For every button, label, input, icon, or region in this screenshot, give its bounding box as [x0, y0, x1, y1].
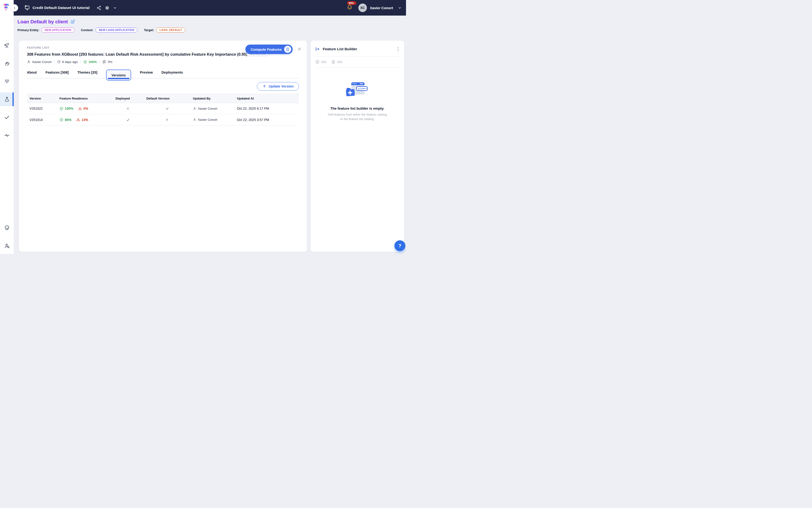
builder-menu-button[interactable]	[397, 46, 400, 52]
warning-triangle-icon	[78, 107, 82, 111]
arrow-up-icon	[262, 84, 266, 88]
check-circle-icon	[83, 60, 87, 64]
workspace-title: Credit Default Dataset UI tutorial	[33, 6, 90, 10]
sidebar-item-modeling[interactable]	[0, 56, 14, 70]
tab-versions[interactable]: Versions	[106, 70, 131, 81]
sidebar-item-explore[interactable]	[0, 39, 14, 52]
share-icon[interactable]	[96, 5, 101, 10]
versions-table: Version Feature Readiness Deployed Defau…	[27, 94, 299, 125]
readiness-cell: 100% 0%	[59, 107, 116, 111]
meta-updated: 8 days ago	[57, 60, 78, 64]
table-row-v251014[interactable]: V251014 86% 14%	[27, 114, 299, 125]
page-title: Loan Default by client	[17, 19, 68, 25]
check-icon	[126, 118, 130, 122]
table-row-v251022[interactable]: V251022 100% 0%	[27, 103, 299, 114]
updated-by-cell: Xavier Conort	[193, 118, 237, 122]
builder-readiness: 0%	[315, 60, 326, 64]
primary-entity-pill[interactable]: NEW APPLICATION	[41, 28, 75, 33]
settings-gear-icon[interactable]	[105, 5, 109, 10]
meta-author: Xavier Conort	[27, 60, 52, 64]
sidebar-item-experiments[interactable]	[0, 92, 14, 106]
target-pill[interactable]: LOAN_DEFAULT	[156, 28, 185, 33]
user-menu-chevron-down-icon[interactable]	[398, 6, 402, 10]
compute-features-button[interactable]: Compute Features	[245, 45, 292, 54]
avatar[interactable]: XC	[358, 4, 367, 12]
avatar-initials: XC	[360, 6, 365, 10]
close-icon	[297, 47, 302, 51]
cross-icon	[165, 118, 169, 122]
sidebar-expand-button[interactable]	[11, 4, 18, 11]
bell-icon	[347, 4, 353, 10]
check-icon	[4, 114, 10, 120]
workspace-switcher[interactable]: Credit Default Dataset UI tutorial	[14, 5, 117, 11]
compute-features-label: Compute Features	[251, 47, 282, 51]
col-default-version: Default Version	[146, 97, 193, 100]
readiness-cell: 86% 14%	[59, 118, 116, 122]
col-version: Version	[27, 97, 59, 100]
col-feature-readiness: Feature Readiness	[59, 97, 116, 100]
builder-unused: 0%	[331, 60, 342, 65]
default-version-cell	[165, 118, 193, 122]
page-header: Loan Default by client Primary Entity: N…	[17, 19, 185, 33]
warning-triangle-icon	[76, 118, 80, 122]
versions-table-header: Version Feature Readiness Deployed Defau…	[27, 94, 299, 103]
empty-subtitle: Add features from either the feature cat…	[311, 112, 404, 122]
deployed-cell	[126, 118, 146, 122]
notifications-button[interactable]: 999+	[347, 4, 353, 11]
edit-title-icon[interactable]	[70, 19, 75, 24]
workspace-chevron-down-icon[interactable]	[113, 6, 117, 10]
person-icon	[193, 107, 196, 111]
feature-list-builder-panel: Feature List Builder 0% 0%	[311, 41, 404, 252]
person-icon	[27, 60, 31, 64]
top-navbar: Credit Default Dataset UI tutorial	[14, 0, 406, 15]
calculator-icon	[284, 46, 291, 53]
check-circle-icon	[59, 118, 63, 122]
empty-title: The feature list builder is empty.	[311, 107, 404, 111]
app-screen: Credit Default Dataset UI tutorial	[0, 0, 406, 254]
primary-entity-label: Primary Entity:	[17, 28, 39, 32]
tab-deployments[interactable]: Deployments	[162, 71, 183, 79]
svg-text:</>: </>	[358, 87, 362, 90]
meta-readiness: 100%	[83, 60, 97, 64]
version-cell: V251022	[27, 107, 59, 111]
sidebar-item-ideas[interactable]	[0, 75, 14, 88]
link-slash-icon	[102, 60, 106, 64]
sidebar-item-monitoring[interactable]	[0, 128, 14, 142]
shield-check-icon	[4, 225, 10, 231]
updated-by-cell: Xavier Conort	[193, 107, 237, 111]
context-label: Context:	[81, 28, 93, 32]
entity-tags: Primary Entity: NEW APPLICATION Context:…	[17, 28, 185, 33]
cross-icon	[126, 107, 130, 111]
tab-about[interactable]: About	[27, 71, 37, 79]
navbar-right: 999+ XC Xavier Conort	[347, 4, 406, 12]
update-version-button[interactable]: Update Version	[257, 82, 299, 91]
close-panel-button[interactable]	[297, 47, 302, 52]
builder-empty-state: </> The feature list builder is empty. A…	[311, 68, 404, 122]
workspace-monitor-icon	[24, 5, 30, 11]
telescope-icon	[4, 43, 10, 48]
clock-icon	[57, 60, 61, 64]
empty-builder-illustration: </>	[345, 82, 370, 99]
sidebar-bottom	[0, 221, 14, 253]
chevron-right-icon	[13, 6, 16, 10]
context-pill[interactable]: NEW LOAN APPLICATION	[95, 28, 137, 33]
user-search-icon	[4, 243, 10, 249]
person-icon	[193, 118, 196, 122]
tab-themes[interactable]: Themes [25]	[77, 71, 97, 79]
notification-badge: 999+	[347, 1, 356, 5]
pulse-icon	[4, 132, 10, 138]
flask-icon	[4, 96, 10, 102]
sidebar-item-governance[interactable]	[0, 221, 14, 235]
tab-features[interactable]: Features [308]	[46, 71, 69, 79]
meta-unused: 0%	[102, 60, 112, 64]
col-updated-by: Updated By	[193, 97, 237, 100]
sidebar-item-user-search[interactable]	[0, 239, 14, 253]
target-label: Target:	[144, 28, 154, 32]
feature-list-tabs: About Features [308] Themes [25] Version…	[27, 65, 299, 79]
tab-preview[interactable]: Preview	[140, 71, 153, 79]
user-name: Xavier Conort	[370, 6, 393, 10]
feature-list-title: 308 Features from XGBoost [293 features:…	[27, 52, 247, 56]
help-button[interactable]: ?	[395, 240, 405, 251]
check-icon	[165, 107, 169, 111]
sidebar-item-approvals[interactable]	[0, 111, 14, 124]
